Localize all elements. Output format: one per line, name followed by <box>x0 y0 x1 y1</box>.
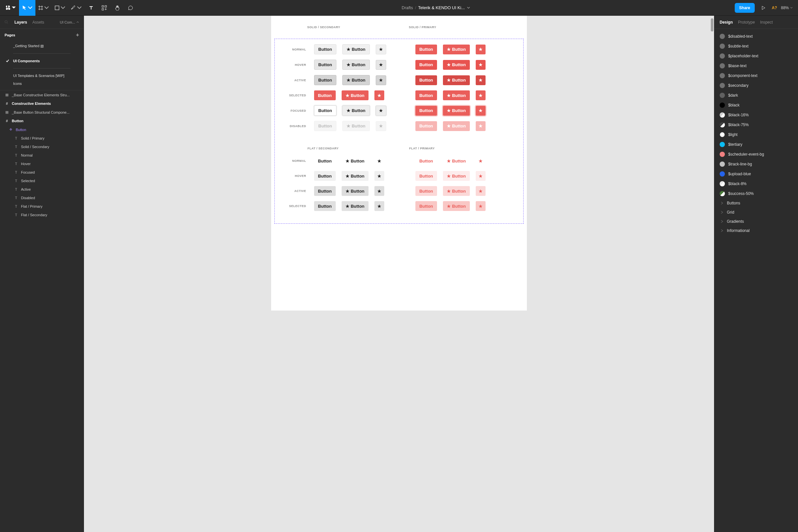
color-style-item[interactable]: $placeholder-text <box>714 51 798 61</box>
demo-button-icon[interactable]: ★ <box>476 60 486 70</box>
demo-button[interactable]: Button <box>415 156 437 166</box>
demo-button[interactable]: ★Button <box>443 201 470 211</box>
style-group-item[interactable]: Buttons <box>714 198 798 208</box>
demo-button-icon[interactable]: ★ <box>476 75 486 85</box>
demo-button-icon[interactable]: ★ <box>476 90 486 100</box>
layer-item[interactable]: TFlat / Primary <box>0 202 84 211</box>
search-icon[interactable] <box>5 20 8 24</box>
demo-button[interactable]: ★Button <box>342 90 368 100</box>
color-style-item[interactable]: $component-text <box>714 71 798 81</box>
demo-button-icon[interactable]: ★ <box>375 90 384 100</box>
demo-button-icon[interactable]: ★ <box>476 106 486 116</box>
canvas[interactable]: SOLID / SECONDARY SOLID / PRIMARY NORMAL… <box>84 16 714 532</box>
demo-button[interactable]: ★Button <box>342 121 370 131</box>
user-badge[interactable]: A? <box>772 5 777 10</box>
artboard[interactable]: SOLID / SECONDARY SOLID / PRIMARY NORMAL… <box>271 16 527 310</box>
demo-button[interactable]: Button <box>314 60 337 70</box>
color-style-item[interactable]: $tertiary <box>714 139 798 149</box>
layer-item[interactable]: TSelected <box>0 176 84 185</box>
color-style-item[interactable]: $disabled-text <box>714 32 798 41</box>
demo-button[interactable]: ★Button <box>443 60 470 70</box>
demo-button[interactable]: Button <box>314 106 337 116</box>
style-group-item[interactable]: Gradients <box>714 217 798 226</box>
demo-button[interactable]: ★Button <box>342 60 370 70</box>
demo-button-icon[interactable]: ★ <box>375 201 384 211</box>
demo-button[interactable]: ★Button <box>342 44 370 54</box>
move-tool-button[interactable] <box>19 0 35 16</box>
demo-button[interactable]: Button <box>415 201 437 211</box>
layer-item[interactable]: TNormal <box>0 151 84 159</box>
color-style-item[interactable]: $subtle-text <box>714 41 798 51</box>
layer-item-selected[interactable]: ❖Button <box>0 125 84 134</box>
demo-button[interactable]: ★Button <box>443 121 470 131</box>
demo-button-icon[interactable]: ★ <box>376 121 386 131</box>
demo-button[interactable]: Button <box>314 75 337 85</box>
layer-item[interactable]: ▦_Base Button Structural Compone... <box>0 108 84 117</box>
demo-button[interactable]: Button <box>415 121 437 131</box>
color-style-item[interactable]: $light <box>714 130 798 139</box>
color-style-item[interactable]: $secondary <box>714 81 798 90</box>
layer-item[interactable]: TDisabled <box>0 194 84 202</box>
demo-button-icon[interactable]: ★ <box>375 186 384 196</box>
color-style-item[interactable]: $success-50% <box>714 189 798 198</box>
chevron-down-icon[interactable] <box>467 6 470 10</box>
demo-button-icon[interactable]: ★ <box>476 44 486 54</box>
present-button[interactable] <box>759 3 768 13</box>
color-style-item[interactable]: $dark <box>714 90 798 100</box>
color-style-item[interactable]: $track-line-bg <box>714 159 798 169</box>
demo-button[interactable]: ★Button <box>342 106 370 116</box>
demo-button[interactable]: Button <box>415 44 437 54</box>
demo-button[interactable]: ★Button <box>443 44 470 54</box>
page-item[interactable]: _Getting Started ▧ <box>0 42 84 50</box>
color-style-item[interactable]: $black <box>714 100 798 110</box>
demo-button[interactable]: Button <box>314 171 336 181</box>
tab-inspect[interactable]: Inspect <box>760 20 773 24</box>
text-tool-button[interactable] <box>85 0 98 16</box>
breadcrumb[interactable]: Drafts / Telerik & KENDO UI Ki... <box>137 5 735 10</box>
demo-button-icon[interactable]: ★ <box>375 156 384 166</box>
add-page-button[interactable]: + <box>76 32 79 38</box>
demo-button[interactable]: Button <box>415 60 437 70</box>
demo-button[interactable]: ★Button <box>342 75 370 85</box>
demo-button-icon[interactable]: ★ <box>376 44 386 54</box>
figma-menu-button[interactable] <box>3 0 19 16</box>
demo-button[interactable]: Button <box>415 90 437 100</box>
color-style-item[interactable]: $base-text <box>714 61 798 71</box>
demo-button[interactable]: ★Button <box>342 201 368 211</box>
layer-item[interactable]: THover <box>0 159 84 168</box>
page-item[interactable]: Icons <box>0 80 84 88</box>
tab-layers[interactable]: Layers <box>14 20 27 24</box>
demo-button[interactable]: Button <box>415 171 437 181</box>
demo-button-icon[interactable]: ★ <box>476 186 486 196</box>
demo-button-icon[interactable]: ★ <box>476 121 486 131</box>
demo-button[interactable]: ★Button <box>342 186 368 196</box>
shape-tool-button[interactable] <box>52 0 68 16</box>
color-style-item[interactable]: $black-8% <box>714 179 798 189</box>
demo-button[interactable]: ★Button <box>342 171 368 181</box>
component-selection[interactable]: NORMAL Button ★Button ★ Button ★Button ★… <box>274 39 524 224</box>
layer-item[interactable]: TSolid / Secondary <box>0 142 84 151</box>
color-style-item[interactable]: $black-75% <box>714 120 798 130</box>
layer-item[interactable]: #Constructive Elements <box>0 99 84 108</box>
page-item[interactable]: UI Templates & Scenarios [WIP] <box>0 72 84 80</box>
tab-design[interactable]: Design <box>720 20 733 24</box>
demo-button-icon[interactable]: ★ <box>375 171 384 181</box>
demo-button[interactable]: Button <box>314 201 336 211</box>
demo-button-icon[interactable]: ★ <box>476 201 486 211</box>
demo-button[interactable]: Button <box>415 186 437 196</box>
demo-button[interactable]: ★Button <box>342 156 368 166</box>
layer-item[interactable]: ▦_Base Constructive Elements Stru... <box>0 90 84 99</box>
color-style-item[interactable]: $scheduler-event-bg <box>714 149 798 159</box>
layer-item-button-frame[interactable]: #Button <box>0 117 84 125</box>
demo-button[interactable]: Button <box>415 106 437 116</box>
demo-button-icon[interactable]: ★ <box>376 60 386 70</box>
demo-button[interactable]: ★Button <box>443 75 470 85</box>
demo-button[interactable]: Button <box>415 75 437 85</box>
style-group-item[interactable]: Informational <box>714 226 798 235</box>
layer-item[interactable]: TActive <box>0 185 84 194</box>
demo-button[interactable]: ★Button <box>443 186 470 196</box>
zoom-control[interactable]: 88% <box>781 5 793 10</box>
breadcrumb-root[interactable]: Drafts <box>402 5 413 10</box>
layer-item[interactable]: TFocused <box>0 168 84 176</box>
demo-button-icon[interactable]: ★ <box>476 156 486 166</box>
